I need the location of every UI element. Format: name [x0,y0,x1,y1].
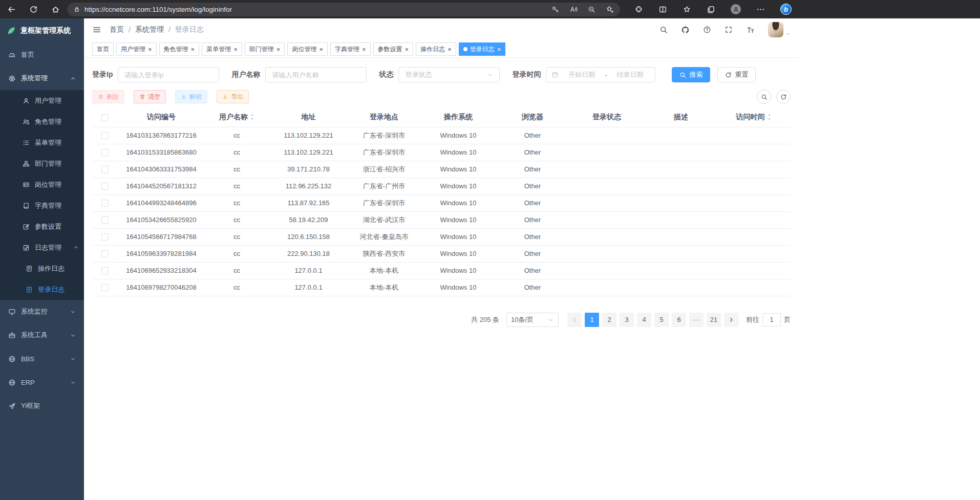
font-size-icon[interactable] [746,26,755,34]
sidebar-item-users[interactable]: 用户管理 [0,90,84,111]
sidebar-item-params[interactable]: 参数设置 [0,216,84,237]
tab-close-icon[interactable]: × [497,46,501,53]
sort-icon[interactable] [767,113,772,121]
sidebar-toggle-button[interactable] [92,25,101,34]
breadcrumb-home[interactable]: 首页 [110,25,124,34]
pager-page-21[interactable]: 21 [707,313,721,327]
delete-button[interactable]: 删除 [92,90,124,103]
pager-page-1[interactable]: 1 [585,313,599,327]
row-checkbox[interactable] [101,132,109,139]
end-date-placeholder[interactable]: 结束日期 [610,70,650,79]
row-checkbox[interactable] [101,166,109,173]
browser-back-button[interactable] [7,5,16,14]
breadcrumb-system[interactable]: 系统管理 [135,25,164,34]
tab-9[interactable]: 登录日志 × [459,42,506,56]
row-checkbox[interactable] [101,216,109,224]
pager-page-4[interactable]: 4 [637,313,651,327]
next-page-button[interactable] [724,313,738,327]
header-search-icon[interactable] [659,26,668,34]
pager-page-6[interactable]: 6 [672,313,686,327]
tab-0[interactable]: 首页 [92,42,114,56]
pager-more[interactable]: ··· [689,313,704,327]
browser-menu-dots-icon[interactable] [756,5,765,14]
row-checkbox[interactable] [101,267,109,274]
bing-copilot-icon[interactable]: b [780,4,792,15]
status-select[interactable]: 登录状态 [398,67,500,82]
row-checkbox[interactable] [101,284,109,291]
add-favorite-icon[interactable] [606,5,614,13]
sidebar-item-monitor[interactable]: 系统监控 [0,300,84,323]
tab-close-icon[interactable]: × [276,46,281,53]
help-icon[interactable] [703,26,711,34]
login-time-range-picker[interactable]: 开始日期 - 结束日期 [546,67,655,82]
row-checkbox[interactable] [101,233,109,241]
tab-6[interactable]: 字典管理 × [330,42,371,56]
tab-2[interactable]: 角色管理 × [159,42,200,56]
row-checkbox[interactable] [101,200,109,207]
col-header-visit-time[interactable]: 访问时间 [717,108,791,127]
reset-button[interactable]: 重置 [717,67,756,82]
tab-close-icon[interactable]: × [148,46,152,53]
sidebar-item-posts[interactable]: 岗位管理 [0,174,84,195]
start-date-placeholder[interactable]: 开始日期 [562,70,602,79]
tab-close-icon[interactable]: × [405,46,409,53]
browser-profile-icon[interactable] [731,4,741,14]
app-logo[interactable]: 意框架管理系统 [0,18,84,43]
tab-4[interactable]: 部门管理 × [245,42,285,56]
user-name-input[interactable] [265,67,367,82]
browser-refresh-button[interactable] [29,5,38,14]
sidebar-item-tools[interactable]: 系统工具 [0,323,84,347]
tab-close-icon[interactable]: × [191,46,195,53]
sidebar-item-bbs[interactable]: BBS [0,347,84,371]
sidebar-item-dict[interactable]: 字典管理 [0,195,84,216]
sidebar-item-departments[interactable]: 部门管理 [0,153,84,174]
export-button[interactable]: 导出 [217,90,249,103]
user-menu[interactable] [768,22,791,37]
unlock-button[interactable]: 解锁 [175,90,207,103]
col-header-user-name[interactable]: 用户名称 [205,108,269,127]
split-screen-icon[interactable] [658,5,667,14]
tab-7[interactable]: 参数设置 × [373,42,414,56]
sidebar-item-logs[interactable]: 日志管理 [0,237,84,258]
pager-page-2[interactable]: 2 [602,313,616,327]
url-text[interactable]: https://ccnetcore.com:1101/system/log/lo… [84,6,547,13]
goto-page-input[interactable] [762,313,781,327]
github-icon[interactable] [681,26,690,34]
extensions-icon[interactable] [634,5,643,14]
refresh-table-button[interactable] [776,90,791,104]
search-button[interactable]: 搜索 [672,67,710,82]
fullscreen-icon[interactable] [725,26,733,34]
row-checkbox[interactable] [101,149,109,156]
tab-close-icon[interactable]: × [448,46,452,53]
user-avatar[interactable] [768,22,783,37]
login-ip-input[interactable] [118,67,219,82]
prev-page-button[interactable] [567,313,582,327]
sidebar-item-erp[interactable]: ERP [0,371,84,394]
password-key-icon[interactable] [551,6,559,13]
tab-close-icon[interactable]: × [362,46,366,53]
sidebar-item-home[interactable]: 首页 [0,43,84,67]
sidebar-item-roles[interactable]: 角色管理 [0,111,84,132]
sidebar-item-login-log[interactable]: 登录日志 [0,279,84,300]
sidebar-item-system[interactable]: 系统管理 [0,67,84,90]
tab-close-icon[interactable]: × [233,46,238,53]
address-bar[interactable]: https://ccnetcore.com:1101/system/log/lo… [67,3,620,16]
zoom-out-icon[interactable] [588,6,595,13]
pager-page-3[interactable]: 3 [620,313,634,327]
select-all-checkbox[interactable] [101,114,109,121]
collections-icon[interactable] [707,5,715,14]
sort-icon[interactable] [250,113,254,121]
sidebar-item-yi-framework[interactable]: Yi框架 [0,394,84,418]
row-checkbox[interactable] [101,250,109,257]
clear-button[interactable]: 清空 [134,90,166,103]
read-aloud-icon[interactable] [569,5,578,13]
browser-home-button[interactable] [51,5,60,14]
favorites-icon[interactable] [683,5,691,14]
tab-5[interactable]: 岗位管理 × [287,42,328,56]
pager-page-5[interactable]: 5 [654,313,669,327]
row-checkbox[interactable] [101,183,109,190]
tab-close-icon[interactable]: × [319,46,323,53]
sidebar-item-operation-log[interactable]: 操作日志 [0,258,84,279]
tab-8[interactable]: 操作日志 × [416,42,456,56]
tab-1[interactable]: 用户管理 × [116,42,157,56]
